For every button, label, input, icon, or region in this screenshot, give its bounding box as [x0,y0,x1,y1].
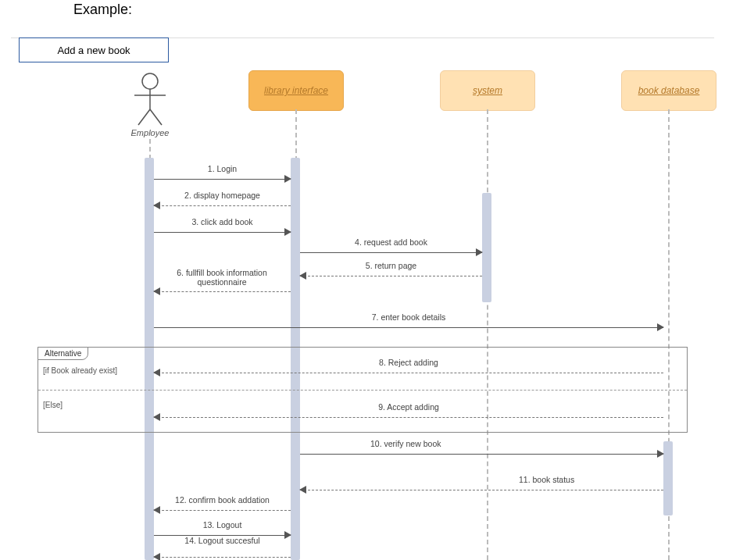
message-label: 13. Logout [203,520,242,530]
alt-guard-1: [if Book already exist] [43,366,117,375]
diagram-title: Add a new book [57,45,130,56]
stick-figure-icon [130,72,170,127]
alt-fragment-label: Alternative [38,347,88,360]
message-label: 10. verify new book [370,439,441,448]
activation-database [663,441,673,515]
diagram-title-frame: Add a new book [19,37,169,62]
participant-label: book database [638,85,700,96]
message-3-click-add-book: 3. click add book [154,226,291,237]
message-label: 9. Accept adding [378,402,439,412]
svg-point-0 [142,73,158,89]
message-6-fullfill-questionnaire: 6. fullfill book information questionnai… [154,286,291,297]
message-7-enter-book-details: 7. enter book details [154,322,663,333]
message-label: 11. book status [519,475,574,484]
message-11-book-status: 11. book status [300,484,663,495]
actor-employee: Employee [127,72,173,137]
message-label: 14. Logout succesful [184,536,259,545]
message-8-reject-adding: 8. Reject adding [154,367,663,378]
alt-divider [38,390,687,391]
svg-line-3 [138,109,150,125]
message-label: 1. Login [208,164,237,173]
message-10-verify-new-book: 10. verify new book [300,448,663,459]
alt-guard-2: [Else] [43,401,63,409]
message-12-confirm-addation: 12. confirm book addation [154,505,291,515]
svg-line-4 [150,109,162,125]
activation-system [482,193,491,302]
message-14-logout-successful: 14. Logout succesful [154,551,291,560]
message-label: 12. confirm book addation [175,495,270,505]
participant-book-database: book database [621,70,716,111]
message-2-display-homepage: 2. display homepage [154,200,291,211]
message-label: 4. request add book [355,237,427,247]
actor-label: Employee [127,128,173,137]
message-label: 3. click add book [191,217,252,226]
participant-label: library interface [264,85,328,96]
message-label: 2. display homepage [184,191,260,200]
message-label: 7. enter book details [372,312,446,322]
message-label: 5. return page [366,261,416,270]
participant-system: system [440,70,535,111]
message-label: 8. Reject adding [379,358,438,367]
page-heading: Example: [73,2,132,18]
message-5-return-page: 5. return page [300,270,482,281]
participant-library-interface: library interface [248,70,344,111]
message-9-accept-adding: 9. Accept adding [154,412,663,423]
participant-label: system [473,85,502,96]
sequence-diagram-page: Example: Add a new book Employee library… [0,0,729,560]
message-1-login: 1. Login [154,173,291,184]
message-4-request-add-book: 4. request add book [300,247,482,258]
message-label: 6. fullfill book information questionnai… [155,269,288,287]
